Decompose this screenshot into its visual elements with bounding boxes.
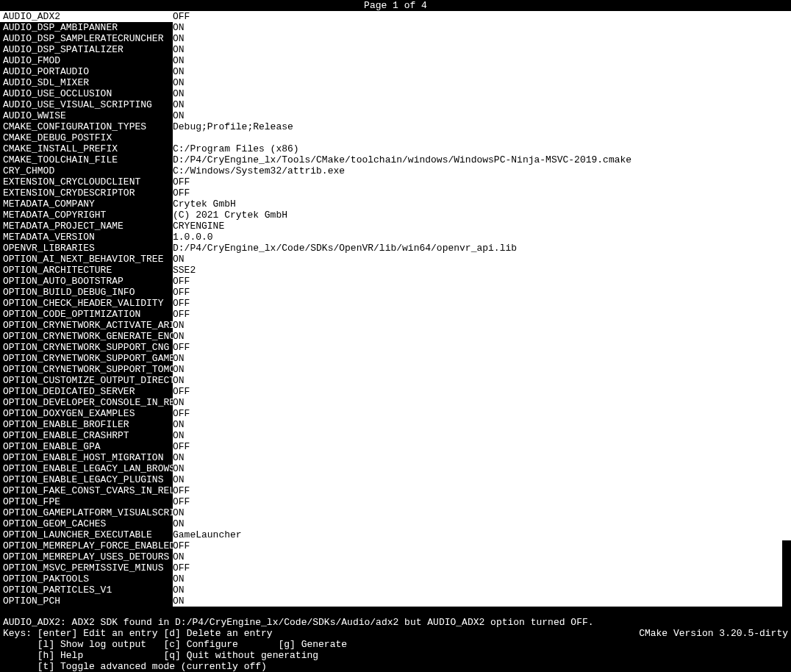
option-row[interactable]: OPTION_AUTO_BOOTSTRAPOFF <box>0 276 782 287</box>
option-row[interactable]: OPTION_ENABLE_BROFILERON <box>0 419 782 430</box>
option-value[interactable]: ON <box>173 375 782 386</box>
option-row[interactable]: AUDIO_FMODON <box>0 55 782 66</box>
option-row[interactable]: CMAKE_DEBUG_POSTFIX <box>0 132 782 143</box>
option-value[interactable]: ON <box>173 55 782 66</box>
option-value[interactable]: ON <box>173 331 782 342</box>
option-value[interactable]: ON <box>173 452 782 463</box>
option-value[interactable]: ON <box>173 397 782 408</box>
option-row[interactable]: OPTION_FAKE_CONST_CVARS_IN_RELOFF <box>0 485 782 496</box>
option-value[interactable]: (C) 2021 Crytek GmbH <box>173 210 782 221</box>
option-row[interactable]: OPTION_CRYNETWORK_GENERATE_ENCON <box>0 331 782 342</box>
scroll-thumb[interactable] <box>782 540 791 607</box>
option-value[interactable]: ON <box>173 88 782 99</box>
option-value[interactable]: CRYENGINE <box>173 221 782 232</box>
option-value[interactable]: OFF <box>173 408 782 419</box>
option-row[interactable]: OPTION_AI_NEXT_BEHAVIOR_TREEON <box>0 254 782 265</box>
option-row[interactable]: CRY_CHMODC:/Windows/System32/attrib.exe <box>0 165 782 176</box>
option-row[interactable]: AUDIO_USE_VISUAL_SCRIPTINGON <box>0 99 782 110</box>
option-row[interactable]: OPTION_CUSTOMIZE_OUTPUT_DIRECTON <box>0 375 782 386</box>
option-row[interactable]: OPTION_CHECK_HEADER_VALIDITYOFF <box>0 298 782 309</box>
option-value[interactable]: Debug;Profile;Release <box>173 121 782 132</box>
option-value[interactable]: ON <box>173 99 782 110</box>
option-row[interactable]: METADATA_COMPANYCrytek GmbH <box>0 199 782 210</box>
option-row[interactable]: OPTION_PARTICLES_V1ON <box>0 585 782 596</box>
option-row[interactable]: OPTION_CRYNETWORK_SUPPORT_TOMCON <box>0 364 782 375</box>
option-value[interactable]: ON <box>173 66 782 77</box>
option-row[interactable]: OPTION_ENABLE_LEGACY_PLUGINSON <box>0 474 782 485</box>
option-row[interactable]: CMAKE_TOOLCHAIN_FILED:/P4/CryEngine_lx/T… <box>0 154 782 165</box>
option-value[interactable]: D:/P4/CryEngine_lx/Code/SDKs/OpenVR/lib/… <box>173 243 782 254</box>
option-value[interactable]: ON <box>173 320 782 331</box>
option-value[interactable]: OFF <box>173 309 782 320</box>
option-row[interactable]: EXTENSION_CRYDESCRIPTOROFF <box>0 187 782 199</box>
option-row[interactable]: CMAKE_INSTALL_PREFIXC:/Program Files (x8… <box>0 143 782 154</box>
option-value[interactable]: ON <box>173 430 782 441</box>
option-value[interactable]: ON <box>173 596 782 607</box>
option-value[interactable]: ON <box>173 77 782 88</box>
option-value[interactable]: C:/Windows/System32/attrib.exe <box>173 165 782 176</box>
option-value[interactable]: 1.0.0.0 <box>173 232 782 243</box>
option-value[interactable]: OFF <box>173 342 782 353</box>
option-value[interactable]: SSE2 <box>173 265 782 276</box>
option-value[interactable]: D:/P4/CryEngine_lx/Tools/CMake/toolchain… <box>173 154 782 165</box>
option-value[interactable]: ON <box>173 33 782 44</box>
option-row[interactable]: OPTION_CRYNETWORK_SUPPORT_CNGOFF <box>0 342 782 353</box>
option-row[interactable]: OPTION_DEVELOPER_CONSOLE_IN_REON <box>0 397 782 408</box>
option-row[interactable]: AUDIO_DSP_SAMPLERATECRUNCHERON <box>0 33 782 44</box>
option-row[interactable]: OPTION_GEOM_CACHESON <box>0 518 782 529</box>
option-row[interactable]: OPTION_BUILD_DEBUG_INFOOFF <box>0 287 782 298</box>
option-value[interactable]: ON <box>173 518 782 529</box>
option-value[interactable]: C:/Program Files (x86) <box>173 143 782 154</box>
option-row[interactable]: AUDIO_PORTAUDIOON <box>0 66 782 77</box>
option-row[interactable]: OPTION_ENABLE_CRASHRPTON <box>0 430 782 441</box>
option-row[interactable]: METADATA_PROJECT_NAMECRYENGINE <box>0 221 782 232</box>
option-value[interactable]: OFF <box>173 187 782 199</box>
option-row[interactable]: AUDIO_DSP_SPATIALIZERON <box>0 44 782 55</box>
option-value[interactable]: ON <box>173 573 782 585</box>
option-row[interactable]: OPTION_LAUNCHER_EXECUTABLEGameLauncher <box>0 529 782 540</box>
option-row[interactable]: OPTION_PCHON <box>0 596 782 607</box>
option-row[interactable]: AUDIO_SDL_MIXERON <box>0 77 782 88</box>
option-value[interactable]: OFF <box>173 496 782 507</box>
option-value[interactable]: OFF <box>173 11 782 22</box>
option-value[interactable]: ON <box>173 110 782 121</box>
option-row[interactable]: AUDIO_WWISEON <box>0 110 782 121</box>
option-row[interactable]: EXTENSION_CRYCLOUDCLIENTOFF <box>0 176 782 187</box>
option-row[interactable]: CMAKE_CONFIGURATION_TYPESDebug;Profile;R… <box>0 121 782 132</box>
option-row[interactable]: OPTION_MSVC_PERMISSIVE_MINUSOFF <box>0 562 782 573</box>
option-value[interactable]: ON <box>173 419 782 430</box>
option-value[interactable]: GameLauncher <box>173 529 782 540</box>
option-row[interactable]: OPTION_FPEOFF <box>0 496 782 507</box>
option-value[interactable]: OFF <box>173 485 782 496</box>
option-row[interactable]: METADATA_COPYRIGHT(C) 2021 Crytek GmbH <box>0 210 782 221</box>
option-value[interactable]: OFF <box>173 287 782 298</box>
option-value[interactable]: ON <box>173 585 782 596</box>
options-list[interactable]: AUDIO_ADX2OFFAUDIO_DSP_AMBIPANNERONAUDIO… <box>0 11 791 607</box>
option-row[interactable]: OPTION_CRYNETWORK_ACTIVATE_ARION <box>0 320 782 331</box>
option-value[interactable]: ON <box>173 463 782 474</box>
option-row[interactable]: OPTION_ENABLE_HOST_MIGRATIONON <box>0 452 782 463</box>
option-value[interactable]: OFF <box>173 441 782 452</box>
option-value[interactable]: ON <box>173 44 782 55</box>
option-row[interactable]: OPTION_CODE_OPTIMIZATIONOFF <box>0 309 782 320</box>
option-value[interactable]: ON <box>173 254 782 265</box>
option-value[interactable]: OFF <box>173 276 782 287</box>
option-value[interactable]: ON <box>173 474 782 485</box>
option-row[interactable]: OPTION_GAMEPLATFORM_VISUALSCRION <box>0 507 782 518</box>
option-row[interactable]: OPTION_MEMREPLAY_USES_DETOURSON <box>0 551 782 562</box>
option-value[interactable]: ON <box>173 507 782 518</box>
option-value[interactable]: OFF <box>173 562 782 573</box>
option-row[interactable]: OPTION_DEDICATED_SERVEROFF <box>0 386 782 397</box>
scrollbar[interactable] <box>782 11 791 607</box>
option-row[interactable]: OPTION_MEMREPLAY_FORCE_ENABLEDOFF <box>0 540 782 551</box>
option-value[interactable]: ON <box>173 364 782 375</box>
option-row[interactable]: AUDIO_ADX2OFF <box>0 11 782 22</box>
option-row[interactable]: OPTION_CRYNETWORK_SUPPORT_GAMEON <box>0 353 782 364</box>
option-row[interactable]: OPTION_ENABLE_GPAOFF <box>0 441 782 452</box>
option-value[interactable]: ON <box>173 551 782 562</box>
option-row[interactable]: METADATA_VERSION1.0.0.0 <box>0 232 782 243</box>
option-value[interactable]: OFF <box>173 540 782 551</box>
option-value[interactable]: ON <box>173 22 782 33</box>
option-row[interactable]: OPTION_DOXYGEN_EXAMPLESOFF <box>0 408 782 419</box>
option-row[interactable]: AUDIO_USE_OCCLUSIONON <box>0 88 782 99</box>
